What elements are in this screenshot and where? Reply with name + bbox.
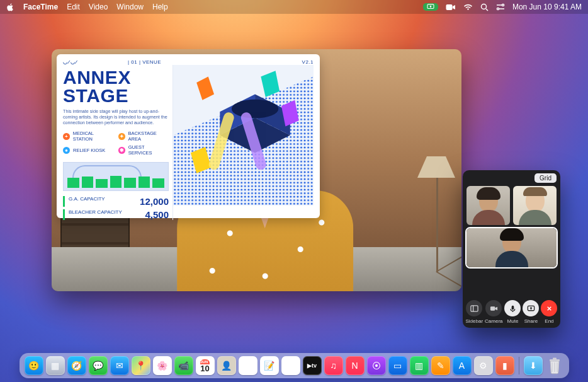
dock-app-pages[interactable]: ✎ (431, 356, 450, 375)
spotlight-icon[interactable] (480, 3, 489, 11)
dock-app-appstore[interactable]: A (453, 356, 472, 375)
svg-point-7 (232, 100, 278, 119)
participant-tile-1[interactable] (466, 186, 510, 225)
presentation-title: ANNEX STAGE (63, 69, 169, 105)
dock-app-keynote[interactable]: ▭ (388, 356, 407, 375)
dock-app-reminders[interactable]: ☑︎ (239, 356, 257, 375)
mute-label: Mute (507, 318, 519, 324)
dock-app-numbers[interactable]: ▥ (410, 356, 429, 375)
dock-trash[interactable] (545, 356, 564, 375)
share-label: Share (524, 318, 538, 324)
dock-app-iphone-mirroring[interactable]: ▮ (495, 356, 514, 375)
end-label: End (545, 318, 553, 324)
dock-app-facetime[interactable]: 📹 (174, 356, 193, 375)
presentation-legend: +MEDICAL STATION ✦BACKSTAGE AREA ●RELIEF… (63, 130, 169, 156)
svg-point-4 (497, 8, 499, 9)
dock-app-safari[interactable]: 🧭 (67, 356, 86, 375)
dock-app-contacts[interactable]: 👤 (217, 356, 236, 375)
svg-rect-14 (512, 305, 514, 310)
dock-app-photos[interactable]: 🌸 (153, 356, 172, 375)
ga-capacity-row: G.A. CAPACITY12,000 (63, 196, 169, 207)
mini-map (63, 162, 169, 191)
menu-help[interactable]: Help (152, 3, 168, 11)
presentation-logo: ◡⁄◡⁄ (63, 59, 77, 65)
menu-clock[interactable]: Mon Jun 10 9:41 AM (512, 3, 582, 11)
svg-rect-1 (446, 4, 452, 10)
svg-rect-12 (471, 305, 478, 311)
dock: 🙂▦🧭💬✉︎📍🌸📹JUN10👤☑︎📝✎▶tv♫N⦿▭▥✎A⚙︎▮⬇︎ (20, 353, 569, 378)
svg-point-2 (481, 4, 486, 9)
apple-menu[interactable] (6, 3, 14, 11)
menu-window[interactable]: Window (116, 3, 144, 11)
dock-app-mail[interactable]: ✉︎ (110, 356, 129, 375)
menu-edit[interactable]: Edit (67, 3, 80, 11)
end-call-button[interactable] (541, 300, 557, 316)
participant-tile-2[interactable] (513, 186, 557, 225)
grid-toggle-button[interactable]: Grid (534, 173, 557, 183)
svg-point-3 (502, 4, 504, 6)
presentation-description: This intimate side stage will play host … (63, 108, 169, 125)
dock-app-calendar[interactable]: JUN10 (196, 356, 215, 375)
dock-app-settings[interactable]: ⚙︎ (474, 356, 493, 375)
svg-rect-17 (553, 358, 557, 360)
active-app-name[interactable]: FaceTime (23, 3, 58, 11)
control-center-icon[interactable] (496, 3, 505, 11)
svg-rect-13 (490, 306, 495, 311)
facetime-controls-panel[interactable]: Grid (463, 170, 560, 328)
camera-button[interactable] (485, 300, 502, 316)
sidebar-label: Sidebar (465, 318, 483, 324)
camera-label: Camera (485, 318, 502, 324)
screenshare-status-pill[interactable] (423, 3, 438, 11)
dock-app-music[interactable]: ♫ (324, 356, 343, 375)
dock-app-notes[interactable]: 📝 (260, 356, 279, 375)
mute-button[interactable] (504, 300, 521, 316)
dock-app-tv[interactable]: ▶tv (303, 356, 322, 375)
facetime-main-video-window[interactable]: ◡⁄◡⁄ | 01 | VENUE V2.1 ANNEX STAGE This … (52, 49, 461, 291)
dock-app-launchpad[interactable]: ▦ (46, 356, 65, 375)
isometric-venue-illustration (172, 65, 314, 220)
dock-app-messages[interactable]: 💬 (89, 356, 108, 375)
presentation-version: V2.1 (302, 59, 314, 65)
dock-downloads[interactable]: ⬇︎ (524, 356, 543, 375)
share-button[interactable] (523, 300, 539, 316)
dock-app-podcasts[interactable]: ⦿ (367, 356, 386, 375)
dock-app-news[interactable]: N (346, 356, 365, 375)
dock-separator (519, 357, 519, 374)
wifi-icon[interactable] (463, 4, 473, 11)
menu-bar: FaceTime Edit Video Window Help Mon Jun … (0, 0, 588, 14)
menu-video[interactable]: Video (89, 3, 108, 11)
sidebar-button[interactable] (466, 300, 482, 316)
dock-app-maps[interactable]: 📍 (132, 356, 150, 375)
presentation-breadcrumb: | 01 | VENUE (128, 59, 161, 65)
dock-app-freeform[interactable]: ✎ (281, 356, 300, 375)
bleacher-capacity-row: BLEACHER CAPACITY4,500 (63, 209, 169, 220)
dock-app-finder[interactable]: 🙂 (25, 356, 43, 375)
facetime-status-icon[interactable] (446, 4, 456, 11)
shared-presentation-overlay: ◡⁄◡⁄ | 01 | VENUE V2.1 ANNEX STAGE This … (57, 54, 320, 218)
self-view-tile[interactable] (466, 228, 557, 267)
